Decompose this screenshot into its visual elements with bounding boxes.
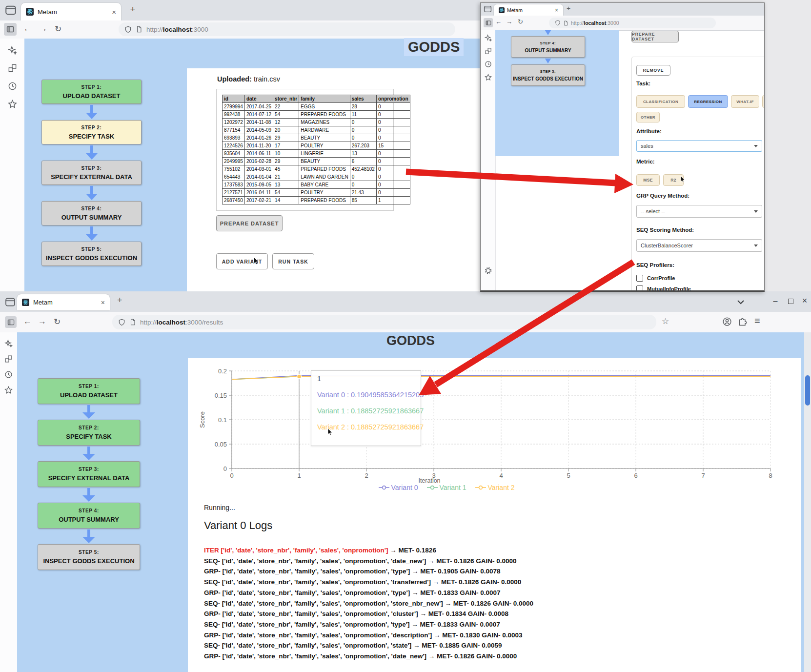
history-icon[interactable] bbox=[4, 370, 13, 379]
new-tab-button[interactable]: + bbox=[128, 4, 138, 15]
legend-item[interactable]: Variant 1 bbox=[427, 484, 466, 491]
task-option-how-to[interactable]: HOW-TO bbox=[762, 95, 765, 108]
list-tabs-chevron-icon[interactable] bbox=[735, 296, 747, 308]
sidebar-toggle-button[interactable] bbox=[4, 23, 17, 36]
tab-close-icon[interactable]: × bbox=[112, 8, 116, 16]
bookmarks-icon[interactable] bbox=[485, 74, 492, 81]
back-button[interactable]: ← bbox=[23, 317, 32, 326]
url-text: http://localhost:3000/results bbox=[140, 319, 223, 326]
table-cell: 1 bbox=[376, 197, 410, 204]
flow-arrow-down-icon bbox=[82, 488, 96, 502]
task-option-classification[interactable]: CLASSIFICATION bbox=[636, 95, 685, 108]
toolbar: ← → ↻ http://localhost:3000 bbox=[0, 20, 480, 39]
new-tab-button[interactable]: + bbox=[117, 295, 122, 305]
firefox-view-icon[interactable] bbox=[5, 297, 16, 307]
workflow-step-number: STEP 3: bbox=[38, 467, 140, 472]
window-close-button[interactable]: × bbox=[799, 295, 810, 306]
legend-item[interactable]: Variant 0 bbox=[379, 484, 418, 491]
ai-sparkle-icon[interactable] bbox=[4, 339, 13, 347]
settings-gear-icon[interactable] bbox=[485, 267, 492, 274]
toolbar: ← → ↻ http://localhost:3000/results ☆ ≡ bbox=[0, 312, 811, 333]
page-title: GODDS bbox=[404, 38, 464, 56]
log-line: GRP- ['id', 'date', 'store_nbr', 'family… bbox=[204, 609, 790, 619]
tab-close-icon[interactable]: × bbox=[101, 299, 105, 306]
task-option-other[interactable]: OTHER bbox=[636, 112, 660, 122]
table-row: 9924382014-07-1254PREPARED FOODS110 bbox=[223, 111, 410, 119]
scrollbar[interactable] bbox=[804, 332, 811, 672]
back-button[interactable]: ← bbox=[495, 18, 502, 25]
workflow-step-label: INSPECT GODDS EXECUTION bbox=[38, 557, 140, 565]
containers-icon[interactable] bbox=[4, 355, 13, 363]
tooltip-label: 1 bbox=[317, 375, 415, 383]
svg-text:2: 2 bbox=[365, 472, 368, 479]
prepare-dataset-button[interactable]: PREPARE DATASET bbox=[631, 31, 679, 42]
sidebar-toggle-button[interactable] bbox=[5, 316, 17, 328]
scrollbar-thumb[interactable] bbox=[805, 375, 810, 406]
task-option-regression[interactable]: REGRESSION bbox=[688, 95, 728, 108]
history-icon[interactable] bbox=[485, 61, 492, 68]
workflow-step-number: STEP 1: bbox=[42, 84, 141, 90]
sidebar-icon bbox=[7, 319, 15, 326]
containers-icon[interactable] bbox=[8, 63, 17, 73]
svg-text:1: 1 bbox=[297, 472, 301, 479]
tab-close-icon[interactable]: × bbox=[555, 7, 558, 14]
browser-tab[interactable]: Metam × bbox=[21, 3, 121, 20]
seq-scoring-select[interactable]: ClusterBalanceScorer bbox=[636, 239, 762, 252]
table-cell: LAWN AND GARDEN bbox=[299, 173, 350, 181]
legend-item[interactable]: Variant 2 bbox=[475, 484, 515, 491]
checkbox[interactable] bbox=[636, 285, 643, 292]
profiler-option: CorrProfile bbox=[636, 275, 675, 282]
ai-sparkle-icon[interactable] bbox=[485, 34, 492, 41]
tab-strip: Metam × + – × bbox=[0, 291, 811, 312]
task-option-what-if[interactable]: WHAT-IF bbox=[731, 95, 759, 108]
url-bar[interactable]: http://localhost:3000 bbox=[549, 18, 716, 28]
reload-button[interactable]: ↻ bbox=[54, 317, 61, 327]
shield-icon[interactable] bbox=[555, 20, 561, 26]
sidebar-toggle-button[interactable] bbox=[484, 18, 493, 27]
history-icon[interactable] bbox=[8, 81, 17, 91]
ai-sparkle-icon[interactable] bbox=[8, 45, 17, 55]
account-icon[interactable] bbox=[722, 317, 732, 326]
page-info-icon[interactable] bbox=[136, 26, 142, 33]
firefox-view-icon[interactable] bbox=[5, 4, 17, 16]
reload-button[interactable]: ↻ bbox=[55, 24, 61, 34]
back-button[interactable]: ← bbox=[23, 24, 32, 34]
bookmarks-icon[interactable] bbox=[8, 100, 17, 109]
metric-mse-button[interactable]: MSE bbox=[636, 174, 660, 186]
flow-arrow-down-icon bbox=[85, 226, 98, 241]
run-task-button[interactable]: RUN TASK bbox=[272, 253, 314, 269]
checkbox[interactable] bbox=[636, 275, 643, 282]
log-metric: → MET- 0.1826 GAIN- 0.0000 bbox=[428, 557, 517, 565]
new-tab-button[interactable]: + bbox=[567, 4, 570, 12]
chevron-down-icon bbox=[754, 210, 758, 213]
remove-button[interactable]: REMOVE bbox=[636, 65, 670, 76]
metric-r2-button[interactable]: R2 bbox=[663, 174, 684, 186]
minimize-button[interactable]: – bbox=[770, 295, 781, 307]
bookmarks-icon[interactable] bbox=[4, 386, 13, 394]
table-cell: 0 bbox=[350, 181, 376, 189]
url-bar[interactable]: http://localhost:3000/results bbox=[112, 315, 656, 329]
extensions-icon[interactable] bbox=[738, 317, 748, 326]
checkbox-label: CorrProfile bbox=[647, 275, 675, 281]
shield-icon[interactable] bbox=[118, 319, 125, 326]
reload-button[interactable]: ↻ bbox=[518, 18, 523, 25]
page-info-icon[interactable] bbox=[563, 20, 568, 26]
page-info-icon[interactable] bbox=[129, 319, 136, 326]
bookmark-star-icon[interactable]: ☆ bbox=[662, 316, 669, 326]
shield-icon[interactable] bbox=[124, 26, 132, 33]
forward-button[interactable]: → bbox=[39, 24, 47, 34]
url-bar[interactable]: http://localhost:3000 bbox=[119, 22, 455, 36]
containers-icon[interactable] bbox=[485, 47, 492, 55]
grp-query-select[interactable]: -- select -- bbox=[636, 205, 762, 218]
prepare-dataset-button[interactable]: PREPARE DATASET bbox=[216, 215, 283, 231]
firefox-view-icon[interactable] bbox=[484, 5, 492, 13]
grp-query-value: -- select -- bbox=[641, 208, 665, 214]
browser-tab[interactable]: Metam × bbox=[494, 4, 563, 16]
attribute-select[interactable]: sales bbox=[636, 140, 762, 152]
forward-button[interactable]: → bbox=[506, 18, 512, 25]
browser-tab[interactable]: Metam × bbox=[17, 294, 110, 310]
add-variant-button[interactable]: ADD VARIANT bbox=[216, 253, 268, 269]
maximize-button[interactable] bbox=[785, 295, 796, 307]
menu-icon[interactable]: ≡ bbox=[754, 315, 760, 326]
forward-button[interactable]: → bbox=[38, 317, 46, 326]
